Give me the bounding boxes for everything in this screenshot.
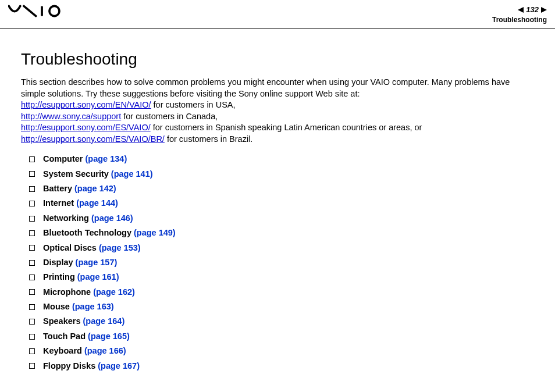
bullet-icon (29, 230, 35, 236)
intro-suffix-brazil: for customers in Brazil. (165, 134, 253, 144)
support-link-latam[interactable]: http://esupport.sony.com/ES/VAIO/ (21, 123, 151, 132)
header-right: 132 Troubleshooting (492, 5, 547, 25)
toc-label: Printing (43, 270, 75, 284)
page-nav: 132 (492, 5, 547, 15)
toc-item[interactable]: Floppy Disks (page 167) (29, 359, 534, 373)
toc-label: Speakers (43, 314, 81, 329)
toc-label: Networking (43, 211, 89, 226)
toc-item[interactable]: Display (page 157) (29, 255, 534, 270)
toc-item[interactable]: Mouse (page 163) (29, 300, 534, 314)
bullet-icon (29, 334, 35, 340)
toc-page-ref[interactable]: (page 162) (93, 285, 135, 300)
toc-item[interactable]: Bluetooth Technology (page 149) (29, 226, 534, 240)
bullet-icon (29, 289, 35, 295)
bullet-icon (29, 304, 35, 310)
toc-page-ref[interactable]: (page 153) (99, 241, 141, 255)
bullet-icon (29, 171, 35, 177)
toc-item[interactable]: Computer (page 134) (29, 152, 534, 166)
vaio-logo (8, 5, 72, 17)
toc-item[interactable]: Microphone (page 162) (29, 285, 534, 300)
toc-item[interactable]: Keyboard (page 166) (29, 344, 534, 358)
toc-page-ref[interactable]: (page 166) (84, 344, 126, 358)
bullet-icon (29, 216, 35, 222)
intro-suffix-usa: for customers in USA, (151, 100, 236, 109)
intro-paragraph: This section describes how to solve comm… (21, 77, 534, 145)
toc-label: Keyboard (43, 344, 82, 358)
toc-label: Internet (43, 196, 74, 211)
toc-page-ref[interactable]: (page 163) (72, 300, 114, 314)
bullet-icon (29, 156, 35, 162)
toc-label: Microphone (43, 285, 91, 300)
toc-page-ref[interactable]: (page 161) (77, 270, 119, 284)
intro-suffix-latam: for customers in Spanish speaking Latin … (151, 123, 422, 132)
bullet-icon (29, 319, 35, 325)
section-label: Troubleshooting (492, 15, 547, 25)
toc-item[interactable]: Optical Discs (page 153) (29, 241, 534, 255)
svg-point-2 (49, 6, 59, 16)
toc-page-ref[interactable]: (page 146) (91, 211, 133, 226)
toc-page-ref[interactable]: (page 134) (85, 152, 127, 166)
toc-list: Computer (page 134) System Security (pag… (21, 152, 534, 373)
toc-page-ref[interactable]: (page 157) (76, 255, 118, 270)
toc-item[interactable]: Networking (page 146) (29, 211, 534, 226)
support-link-usa[interactable]: http://esupport.sony.com/EN/VAIO/ (21, 100, 151, 109)
toc-page-ref[interactable]: (page 141) (111, 167, 153, 181)
toc-label: Display (43, 255, 73, 270)
toc-label: Computer (43, 152, 83, 166)
page-header: 132 Troubleshooting (0, 0, 555, 29)
toc-item[interactable]: Internet (page 144) (29, 196, 534, 211)
toc-label: Bluetooth Technology (43, 226, 131, 240)
toc-page-ref[interactable]: (page 167) (98, 359, 140, 373)
bullet-icon (29, 275, 35, 280)
page-content: Troubleshooting This section describes h… (0, 29, 555, 373)
toc-item[interactable]: Printing (page 161) (29, 270, 534, 284)
bullet-icon (29, 201, 35, 206)
page-title: Troubleshooting (21, 50, 534, 69)
toc-page-ref[interactable]: (page 165) (88, 329, 130, 344)
intro-suffix-canada: for customers in Canada, (121, 112, 218, 121)
toc-label: Optical Discs (43, 241, 97, 255)
intro-text: This section describes how to solve comm… (21, 77, 510, 98)
toc-label: Mouse (43, 300, 70, 314)
bullet-icon (29, 186, 35, 192)
toc-label: Battery (43, 181, 72, 196)
toc-page-ref[interactable]: (page 164) (83, 314, 125, 329)
toc-page-ref[interactable]: (page 142) (74, 181, 116, 196)
bullet-icon (29, 363, 35, 369)
toc-label: Touch Pad (43, 329, 86, 344)
bullet-icon (29, 245, 35, 251)
support-link-brazil[interactable]: http://esupport.sony.com/ES/VAIO/BR/ (21, 134, 165, 144)
svg-rect-1 (41, 6, 43, 16)
toc-label: Floppy Disks (43, 359, 95, 373)
toc-item[interactable]: Touch Pad (page 165) (29, 329, 534, 344)
toc-item[interactable]: Battery (page 142) (29, 181, 534, 196)
bullet-icon (29, 348, 35, 354)
toc-item[interactable]: Speakers (page 164) (29, 314, 534, 329)
bullet-icon (29, 260, 35, 266)
toc-label: System Security (43, 167, 109, 181)
next-page-icon[interactable] (541, 7, 547, 13)
toc-page-ref[interactable]: (page 144) (76, 196, 118, 211)
support-link-canada[interactable]: http://www.sony.ca/support (21, 112, 121, 121)
svg-line-0 (24, 6, 36, 16)
toc-item[interactable]: System Security (page 141) (29, 167, 534, 181)
toc-page-ref[interactable]: (page 149) (134, 226, 176, 240)
page-number: 132 (526, 5, 539, 15)
prev-page-icon[interactable] (518, 7, 524, 13)
